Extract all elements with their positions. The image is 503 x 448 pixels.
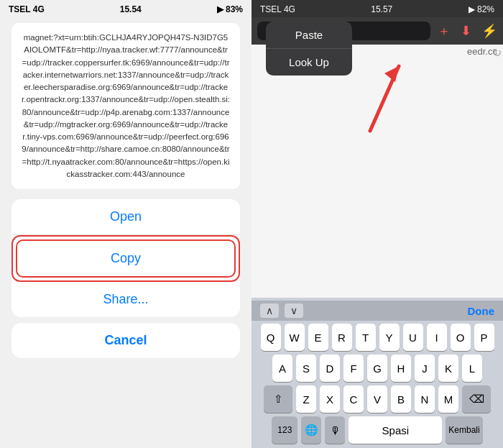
lookup-menu-item[interactable]: Look Up — [266, 49, 352, 76]
add-icon[interactable]: ＋ — [438, 22, 451, 40]
key-H[interactable]: H — [391, 355, 411, 382]
magnet-text: magnet:?xt=urn:btih:GCLHJA4RYJOPQH47S-N3… — [22, 33, 230, 178]
key-K[interactable]: K — [438, 355, 458, 382]
key-S[interactable]: S — [296, 355, 316, 382]
key-G[interactable]: G — [367, 355, 387, 382]
right-battery: ▶ 82% — [469, 4, 494, 14]
key-X[interactable]: X — [320, 385, 340, 413]
magnet-text-box: magnet:?xt=urn:btih:GCLHJA4RYJOPQH47S-N3… — [11, 23, 240, 189]
key-row-1: Q W E R T Y U I O P — [254, 324, 500, 351]
keyboard-next-button[interactable]: ∨ — [285, 303, 303, 318]
share-button[interactable]: Share... — [11, 282, 240, 317]
key-A[interactable]: A — [272, 355, 292, 382]
key-Q[interactable]: Q — [261, 324, 281, 351]
key-W[interactable]: W — [285, 324, 305, 351]
keyboard-prev-button[interactable]: ∧ — [260, 303, 279, 318]
key-J[interactable]: J — [415, 355, 435, 382]
key-M[interactable]: M — [438, 385, 458, 413]
context-menu: Paste Look Up — [266, 22, 352, 76]
space-key[interactable]: Spasi — [349, 416, 442, 444]
open-button[interactable]: Open — [11, 199, 240, 235]
key-R[interactable]: R — [332, 324, 352, 351]
key-row-3: ⇧ Z X C V B N M ⌫ — [254, 385, 500, 413]
download-icon[interactable]: ⬇ — [461, 23, 471, 39]
mic-key[interactable]: 🎙 — [325, 416, 345, 444]
globe-key[interactable]: 🌐 — [301, 416, 321, 444]
left-battery: ▶ 83% — [217, 4, 243, 14]
copy-button-wrapper: Copy — [11, 235, 240, 282]
key-T[interactable]: T — [356, 324, 376, 351]
browser-action-icons: ＋ ⬇ ⚡ — [435, 22, 497, 40]
key-V[interactable]: V — [367, 385, 387, 413]
keyboard-nav-left: ∧ ∨ — [260, 303, 303, 318]
reload-icon[interactable]: ↻ — [492, 46, 502, 60]
paste-menu-item[interactable]: Paste — [266, 22, 352, 49]
key-Y[interactable]: Y — [379, 324, 400, 351]
backspace-key[interactable]: ⌫ — [462, 385, 491, 413]
browser-toolbar: Paste Look Up ✕ Paste torrent URL ＋ ⬇ ⚡ — [251, 17, 503, 45]
left-carrier: TSEL 4G — [9, 4, 45, 14]
key-L[interactable]: L — [462, 355, 482, 382]
key-row-2: A S D F G H J K L — [254, 355, 500, 382]
key-O[interactable]: O — [451, 324, 471, 351]
key-N[interactable]: N — [415, 385, 435, 413]
right-panel: TSEL 4G 15.57 ▶ 82% Paste Look Up ✕ Past… — [251, 0, 503, 448]
key-D[interactable]: D — [320, 355, 340, 382]
bolt-icon[interactable]: ⚡ — [481, 23, 497, 39]
red-arrow — [341, 52, 413, 138]
key-E[interactable]: E — [308, 324, 328, 351]
keyboard-nav: ∧ ∨ Done — [251, 301, 503, 321]
return-key[interactable]: Kembali — [446, 416, 482, 444]
cancel-button[interactable]: Cancel — [11, 323, 240, 358]
key-P[interactable]: P — [474, 324, 494, 351]
key-Z[interactable]: Z — [296, 385, 316, 413]
key-row-4: 123 🌐 🎙 Spasi Kembali — [254, 416, 500, 444]
key-I[interactable]: I — [427, 324, 447, 351]
left-time: 15.54 — [120, 4, 142, 14]
key-U[interactable]: U — [403, 324, 423, 351]
shift-key[interactable]: ⇧ — [264, 385, 292, 413]
paste-url-area: eedr.cc ↻ — [251, 45, 503, 298]
keyboard-rows: Q W E R T Y U I O P A S D F G H J K — [251, 321, 503, 448]
key-B[interactable]: B — [391, 385, 411, 413]
cancel-btn-wrapper: Cancel — [11, 323, 240, 358]
left-status-bar: TSEL 4G 15.54 ▶ 83% — [0, 0, 251, 17]
key-123[interactable]: 123 — [272, 416, 297, 444]
copy-button[interactable]: Copy — [16, 239, 236, 278]
key-F[interactable]: F — [343, 355, 364, 382]
right-carrier: TSEL 4G — [260, 4, 295, 14]
left-panel: TSEL 4G 15.54 ▶ 83% magnet:?xt=urn:btih:… — [0, 0, 251, 448]
action-buttons: Open Copy Share... — [11, 199, 240, 317]
right-time: 15.57 — [371, 4, 392, 14]
keyboard-area: ∧ ∨ Done Q W E R T Y U I O P A S — [251, 298, 503, 448]
key-C[interactable]: C — [343, 385, 364, 413]
keyboard-done-button[interactable]: Done — [468, 305, 495, 317]
right-status-bar: TSEL 4G 15.57 ▶ 82% — [251, 0, 503, 17]
